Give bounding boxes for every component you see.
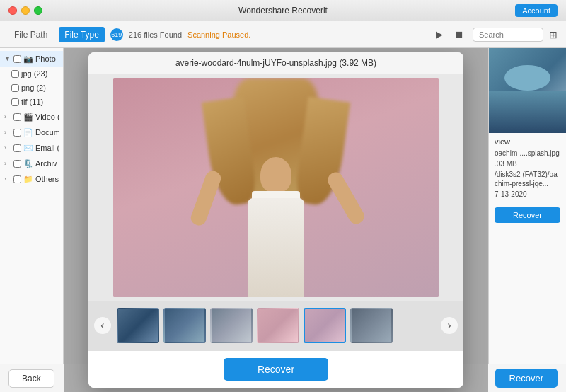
tab-file-type[interactable]: File Type [59, 27, 104, 42]
right-panel-recover-button[interactable]: Recover [495, 207, 560, 223]
right-panel-date: 7-13-2020 [495, 190, 560, 199]
modal-overlay[interactable]: averie-woodard-4nulm-jUYFo-unsplash.jpg … [64, 48, 488, 392]
traffic-lights [8, 6, 42, 15]
content-area: averie-woodard-4nulm-jUYFo-unsplash.jpg … [64, 48, 488, 392]
jpg-label: jpg (23) [21, 69, 47, 78]
app-title: Wondershare Recoverit [238, 6, 328, 16]
archive-label: Archiv [35, 159, 57, 168]
search-input[interactable] [473, 28, 543, 42]
toolbar-icons: ▶ ⏹ [432, 27, 467, 42]
thumbnails-area: ‹ › [88, 301, 463, 350]
recover-main-button[interactable]: Recover [495, 369, 558, 388]
email-icon: ✉️ [23, 143, 33, 153]
toolbar: File Path File Type 619 216 files Found … [0, 21, 566, 48]
doc-icon: 📄 [23, 127, 33, 137]
doc-label: Docum [35, 128, 59, 137]
preview-modal: averie-woodard-4nulm-jUYFo-unsplash.jpg … [88, 52, 463, 388]
preview-label: view [495, 137, 560, 146]
thumbnails-list [117, 308, 393, 343]
archive-icon: 🗜️ [23, 158, 33, 168]
sidebar-item-jpg[interactable]: jpg (23) [0, 67, 63, 81]
main-preview-image [113, 78, 439, 297]
email-expand-icon: › [4, 144, 11, 151]
right-panel-size: .03 MB [495, 159, 560, 168]
thumbnail-2[interactable] [163, 308, 206, 343]
thumbnail-1[interactable] [117, 308, 159, 343]
others-expand-icon: › [4, 175, 11, 183]
maximize-button[interactable] [34, 6, 42, 15]
files-found-text: 216 files Found [129, 30, 182, 39]
thumbnail-4[interactable] [257, 308, 299, 343]
photo-icon: 📷 [23, 54, 33, 64]
sidebar: ▼ 📷 Photo jpg (23) png (2) tif (11) › 🎬 … [0, 48, 64, 392]
thumbnail-3[interactable] [210, 308, 253, 343]
others-label: Others [35, 175, 59, 183]
sidebar-item-photo[interactable]: ▼ 📷 Photo [0, 51, 63, 67]
sidebar-item-others[interactable]: › 📁 Others [0, 171, 63, 187]
right-panel-filename: oachim-....splash.jpg [495, 149, 560, 158]
modal-image-area [88, 74, 463, 301]
right-panel-path: /disk3s2 (FAT32)/oachim-pressl-jqe... [495, 170, 560, 188]
modal-recover-area: Recover [88, 350, 463, 388]
thumb-nav-left[interactable]: ‹ [94, 317, 111, 334]
thumbnail-5[interactable] [304, 308, 346, 343]
archive-checkbox[interactable] [13, 160, 21, 168]
scan-badge: 619 [110, 28, 123, 41]
minimize-button[interactable] [21, 6, 30, 15]
body-element [248, 198, 304, 297]
thumb-nav-right[interactable]: › [441, 317, 458, 334]
expand-icon: ▼ [4, 55, 11, 62]
email-label: Email ( [35, 144, 59, 152]
png-label: png (2) [21, 83, 46, 92]
tif-checkbox[interactable] [11, 98, 19, 106]
others-checkbox[interactable] [13, 175, 21, 183]
video-icon: 🎬 [23, 112, 33, 122]
filter-icon[interactable]: ⊞ [549, 29, 558, 40]
back-button[interactable]: Back [8, 369, 54, 388]
sidebar-item-png[interactable]: png (2) [0, 81, 63, 95]
video-checkbox[interactable] [13, 113, 21, 121]
sidebar-item-email[interactable]: › ✉️ Email ( [0, 140, 63, 156]
others-icon: 📁 [23, 174, 33, 184]
right-panel-thumbnail [489, 48, 566, 133]
scanning-status: Scanning Paused. [187, 30, 250, 39]
account-button[interactable]: Account [515, 4, 558, 17]
right-panel: view oachim-....splash.jpg .03 MB /disk3… [488, 48, 566, 392]
right-panel-recover-area: Recover [495, 207, 560, 223]
doc-expand-icon: › [4, 129, 11, 136]
stop-icon[interactable]: ⏹ [451, 27, 467, 42]
video-expand-icon: › [4, 113, 11, 120]
thumbnail-6[interactable] [350, 308, 393, 343]
archive-expand-icon: › [4, 160, 11, 167]
modal-filename: averie-woodard-4nulm-jUYFo-unsplash.jpg … [175, 58, 376, 68]
head-element [260, 157, 291, 192]
jpg-checkbox[interactable] [11, 70, 19, 78]
tif-label: tif (11) [21, 98, 43, 106]
tab-file-path[interactable]: File Path [8, 27, 53, 42]
photo-label: Photo [35, 54, 56, 63]
modal-recover-button[interactable]: Recover [224, 358, 328, 381]
doc-checkbox[interactable] [13, 129, 21, 137]
email-checkbox[interactable] [13, 144, 21, 152]
video-label: Video ( [35, 113, 59, 121]
title-bar: Wondershare Recoverit Account [0, 0, 566, 21]
play-icon[interactable]: ▶ [432, 27, 447, 42]
modal-header: averie-woodard-4nulm-jUYFo-unsplash.jpg … [88, 52, 463, 74]
photo-checkbox[interactable] [13, 55, 21, 63]
sidebar-item-archive[interactable]: › 🗜️ Archiv [0, 156, 63, 171]
sidebar-item-tif[interactable]: tif (11) [0, 95, 63, 109]
sidebar-item-document[interactable]: › 📄 Docum [0, 125, 63, 140]
main-area: ▼ 📷 Photo jpg (23) png (2) tif (11) › 🎬 … [0, 48, 566, 392]
sidebar-item-video[interactable]: › 🎬 Video ( [0, 109, 63, 125]
png-checkbox[interactable] [11, 84, 19, 92]
right-panel-info: view oachim-....splash.jpg .03 MB /disk3… [489, 133, 566, 204]
close-button[interactable] [8, 6, 17, 15]
